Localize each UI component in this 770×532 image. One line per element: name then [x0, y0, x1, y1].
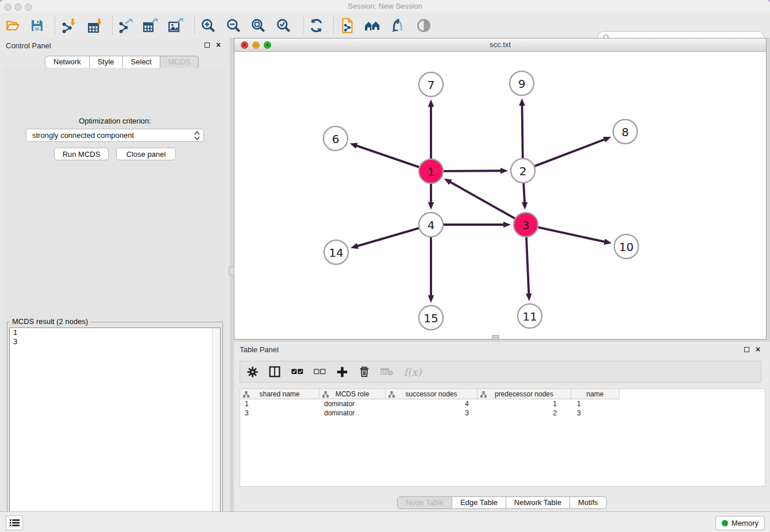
graph-edge-2-3[interactable] — [523, 183, 525, 203]
graph-edge-arrowhead — [500, 168, 508, 174]
cell-mcds-role[interactable]: dominator — [319, 408, 386, 418]
run-mcds-button[interactable]: Run MCDS — [54, 148, 109, 160]
zoom-selected-button[interactable] — [275, 17, 291, 33]
control-panel-title: Control Panel — [6, 41, 51, 50]
tab-mcds[interactable]: MCDS — [160, 56, 199, 68]
graph-edge-arrowhead — [428, 295, 434, 303]
column-header-name[interactable]: name — [571, 389, 619, 399]
style-brush-icon — [390, 18, 406, 33]
zoom-in-button[interactable] — [200, 17, 216, 33]
tab-node-table[interactable]: Node Table — [397, 496, 452, 509]
table-row[interactable]: 1 dominator 4 1 1 — [240, 399, 765, 408]
close-panel-button[interactable]: × — [216, 42, 223, 49]
cell-predecessor-nodes[interactable]: 1 — [478, 399, 571, 408]
cell-name[interactable]: 3 — [571, 408, 619, 418]
column-header-predecessor-nodes[interactable]: predecessor nodes — [478, 389, 571, 399]
task-history-button[interactable] — [6, 515, 23, 530]
zoom-in-icon — [201, 18, 216, 33]
result-scrollbar[interactable] — [212, 328, 220, 532]
apply-layout-button[interactable] — [308, 17, 324, 33]
function-builder-button-disabled[interactable]: f(x) — [403, 365, 422, 379]
new-network-from-selection-button[interactable] — [339, 17, 355, 33]
network-window-title: scc.txt — [234, 40, 766, 49]
toolbar-separator — [112, 16, 113, 34]
dropdown-stepper-icon — [193, 130, 201, 141]
float-table-panel-button[interactable] — [744, 346, 751, 353]
export-network-button[interactable] — [117, 17, 133, 33]
table-settings-button[interactable] — [246, 365, 259, 379]
cell-name[interactable]: 1 — [571, 399, 619, 408]
graph-edge-3-1[interactable] — [450, 182, 515, 219]
graph-edge-arrowhead — [428, 202, 434, 210]
unchecked-boxes-icon — [314, 368, 326, 375]
graph-edge-1-6[interactable] — [356, 145, 419, 167]
delete-column-button[interactable] — [358, 365, 371, 379]
cell-successor-nodes[interactable]: 4 — [386, 399, 478, 408]
tab-network-table[interactable]: Network Table — [506, 496, 570, 509]
column-header-shared-name[interactable]: shared name — [240, 389, 319, 399]
tab-motifs[interactable]: Motifs — [570, 496, 607, 509]
criterion-dropdown-value: strongly connected component — [32, 131, 134, 140]
cell-successor-nodes[interactable]: 3 — [386, 408, 478, 418]
graph-node-label: 8 — [622, 125, 629, 139]
criterion-dropdown[interactable]: strongly connected component — [26, 129, 204, 142]
tab-style[interactable]: Style — [90, 56, 123, 68]
graph-edge-1-2[interactable] — [444, 171, 501, 171]
import-table-icon — [87, 18, 103, 33]
export-table-button[interactable] — [142, 17, 158, 33]
first-neighbors-button[interactable] — [364, 17, 380, 33]
open-session-button[interactable] — [5, 17, 21, 33]
network-window-titlebar[interactable]: × − + scc.txt — [234, 38, 766, 52]
network-graph-canvas[interactable]: 7968124314101511 — [234, 51, 766, 339]
horizontal-splitter-grip[interactable] — [492, 335, 499, 340]
close-panel-action-button[interactable]: Close panel — [116, 148, 176, 160]
style-brush-button[interactable] — [390, 17, 406, 33]
float-panel-button[interactable] — [205, 42, 211, 49]
graph-node-label: 9 — [518, 77, 526, 91]
vertical-splitter-grip[interactable] — [229, 267, 234, 275]
graph-node-label: 7 — [428, 78, 435, 92]
zoom-out-button[interactable] — [225, 17, 241, 33]
export-image-button[interactable] — [167, 17, 183, 33]
graph-edge-3-10[interactable] — [538, 228, 605, 242]
zoom-out-icon — [226, 18, 241, 33]
graph-edge-arrowhead — [519, 98, 525, 106]
tab-network[interactable]: Network — [45, 56, 90, 68]
create-column-button[interactable] — [336, 365, 348, 379]
save-session-button[interactable] — [29, 17, 45, 33]
table-row[interactable]: 3 dominator 3 2 3 — [240, 408, 765, 418]
node-table: shared name MCDS role successor nodes pr… — [240, 388, 765, 487]
export-image-icon — [168, 18, 183, 33]
cell-mcds-role[interactable]: dominator — [319, 399, 386, 408]
show-columns-button[interactable] — [268, 365, 281, 379]
mcds-result-textarea[interactable]: 1 3 — [9, 327, 221, 532]
close-table-panel-button[interactable]: × — [756, 346, 763, 353]
checked-boxes-icon — [291, 368, 303, 375]
show-hide-details-button[interactable] — [415, 17, 432, 33]
cell-shared-name[interactable]: 3 — [240, 408, 319, 418]
memory-button[interactable]: Memory — [715, 516, 765, 530]
graph-node-label: 10 — [619, 240, 633, 254]
deselect-all-button[interactable] — [313, 365, 326, 379]
graph-edge-2-8[interactable] — [535, 140, 605, 167]
mcds-result-line: 3 — [10, 337, 220, 346]
export-table-icon — [143, 18, 158, 33]
cell-shared-name[interactable]: 1 — [240, 399, 319, 408]
cell-predecessor-nodes[interactable]: 2 — [478, 408, 571, 418]
graph-edge-2-9[interactable] — [522, 105, 523, 158]
control-panel: Control Panel × Network Style Select MCD… — [0, 38, 230, 511]
tab-select[interactable]: Select — [123, 56, 160, 68]
delete-table-button-disabled[interactable] — [380, 365, 393, 379]
import-table-button[interactable] — [87, 17, 103, 33]
select-all-button[interactable] — [291, 365, 303, 379]
optimization-criterion-label: Optimization criterion: — [0, 117, 230, 125]
column-header-mcds-role[interactable]: MCDS role — [319, 389, 386, 399]
graph-node-label: 4 — [428, 218, 435, 232]
graph-edge-3-11[interactable] — [526, 237, 529, 294]
tab-edge-table[interactable]: Edge Table — [452, 496, 506, 509]
graph-node-label: 2 — [519, 164, 527, 178]
import-network-button[interactable] — [60, 17, 76, 33]
graph-edge-4-14[interactable] — [357, 228, 418, 246]
zoom-fit-button[interactable] — [250, 17, 266, 33]
column-header-successor-nodes[interactable]: successor nodes — [386, 389, 478, 399]
